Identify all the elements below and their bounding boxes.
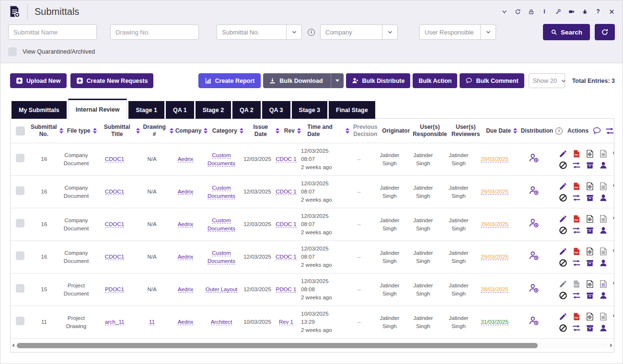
tab-stage-1[interactable]: Stage 1 <box>128 101 164 119</box>
document-file-icon[interactable] <box>599 215 608 223</box>
transfer-icon[interactable] <box>572 193 581 202</box>
pdf-file-icon[interactable]: PDF <box>572 215 581 223</box>
company-select[interactable]: Company <box>320 24 398 40</box>
tab-internal-review[interactable]: Internal Review <box>68 99 127 119</box>
column-issue-date[interactable]: Issue Date <box>247 122 280 140</box>
view-quarantined-checkbox[interactable] <box>8 47 17 56</box>
search-button[interactable]: Search <box>543 24 590 40</box>
comment-icon[interactable] <box>612 312 614 321</box>
tab-qa-1[interactable]: QA 1 <box>166 101 194 119</box>
transfer-icon[interactable] <box>605 126 614 136</box>
column-submittal-title[interactable]: Submittal Title <box>100 122 141 140</box>
block-icon[interactable] <box>559 161 567 170</box>
scroll-right-arrow[interactable] <box>610 343 612 347</box>
column-due-date[interactable]: Due Date <box>484 125 520 136</box>
distribute-user-plus-icon[interactable] <box>529 218 539 228</box>
submittal-no-select[interactable]: Submittal No. <box>217 24 302 40</box>
company-link[interactable]: Aedrix <box>178 221 194 228</box>
rev-link[interactable]: Rev 1 <box>279 319 293 325</box>
sort-arrows[interactable] <box>204 128 208 134</box>
pdf-file-icon[interactable]: PDF <box>572 247 581 256</box>
submittal-title-link[interactable]: CDOC1 <box>105 221 124 228</box>
block-icon[interactable] <box>559 259 567 267</box>
create-report-button[interactable]: Create Report <box>198 73 261 88</box>
row-checkbox[interactable] <box>16 251 24 260</box>
edit-icon[interactable] <box>559 247 567 256</box>
comment-icon[interactable] <box>612 182 614 191</box>
bulk-download-button[interactable]: Bulk Download <box>263 73 343 88</box>
chevron-down-icon[interactable] <box>501 8 508 15</box>
close-icon[interactable] <box>608 8 615 15</box>
row-checkbox[interactable] <box>16 317 24 325</box>
column-file-type[interactable]: File type <box>64 125 100 136</box>
help-icon[interactable]: ? <box>595 8 601 15</box>
distribute-user-plus-icon[interactable] <box>529 316 539 326</box>
user-responsible-select[interactable]: User Responsible <box>419 24 496 40</box>
rev-link[interactable]: CDOC 1 <box>276 156 296 162</box>
distribute-user-plus-icon[interactable] <box>529 185 539 196</box>
comment-icon[interactable] <box>612 247 614 256</box>
user-icon[interactable] <box>599 193 608 202</box>
user-icon[interactable] <box>599 324 608 332</box>
due-date-link[interactable]: 31/03/2025 <box>481 319 508 325</box>
distribute-user-plus-icon[interactable] <box>529 153 539 163</box>
comment-icon[interactable] <box>592 126 601 136</box>
archive-box-icon[interactable] <box>586 259 594 267</box>
pdf-file-icon[interactable]: PDF <box>572 312 581 321</box>
sort-arrows[interactable] <box>240 128 243 134</box>
show-entries-select[interactable]: Show 20 <box>529 73 565 88</box>
sort-arrows[interactable] <box>513 128 517 134</box>
user-icon[interactable] <box>599 291 608 300</box>
submittal-title-link[interactable]: CDOC1 <box>105 189 124 195</box>
distribute-user-plus-icon[interactable] <box>529 250 539 261</box>
column-category[interactable]: Category <box>208 125 247 136</box>
archive-box-icon[interactable] <box>586 161 594 170</box>
due-date-link[interactable]: 29/03/2025 <box>481 221 508 228</box>
company-link[interactable]: Aedrix <box>178 319 194 325</box>
info-icon[interactable] <box>555 127 563 135</box>
drawing-no-input[interactable] <box>110 24 199 40</box>
archive-box-icon[interactable] <box>586 291 594 300</box>
category-link[interactable]: Custom Documents <box>208 185 235 199</box>
block-icon[interactable] <box>559 291 567 300</box>
company-link[interactable]: Aedrix <box>178 156 194 162</box>
scroll-left-arrow[interactable] <box>12 343 14 347</box>
sort-arrows[interactable] <box>297 128 301 134</box>
edit-icon[interactable] <box>559 280 567 288</box>
submittal-title-link[interactable]: PDOC1 <box>105 286 124 293</box>
rev-link[interactable]: CDOC 1 <box>276 221 296 228</box>
column-drawing[interactable]: Drawing # <box>141 122 174 140</box>
document-file-icon[interactable] <box>599 149 608 158</box>
category-link[interactable]: Architect <box>211 319 232 325</box>
tab-stage-2[interactable]: Stage 2 <box>196 101 231 119</box>
due-date-link[interactable]: 28/03/2025 <box>481 286 508 293</box>
column-submittal-no[interactable]: Submittal No. <box>30 122 64 140</box>
pdf-file-icon[interactable]: PDF <box>572 182 581 191</box>
transfer-icon[interactable] <box>572 226 581 235</box>
transfer-icon[interactable] <box>572 259 581 267</box>
rev-link[interactable]: CDOC 1 <box>276 189 296 195</box>
row-checkbox[interactable] <box>16 284 24 293</box>
submittal-title-link[interactable]: CDOC1 <box>105 156 124 162</box>
archive-box-icon[interactable] <box>586 324 594 332</box>
video-camera-icon[interactable] <box>568 8 575 15</box>
comment-icon[interactable] <box>612 215 614 223</box>
document-file-icon[interactable] <box>599 280 608 288</box>
block-icon[interactable] <box>559 226 567 235</box>
upload-new-button[interactable]: Upload New <box>10 73 67 88</box>
key-icon[interactable] <box>554 8 561 15</box>
user-icon[interactable] <box>599 161 608 170</box>
comment-icon[interactable] <box>612 280 614 288</box>
distribute-user-plus-icon[interactable] <box>529 283 539 294</box>
sort-arrows[interactable] <box>346 128 349 134</box>
column-rev[interactable]: Rev <box>280 125 304 136</box>
submittal-title-link[interactable]: CDOC1 <box>105 254 124 260</box>
tab-qa-2[interactable]: QA 2 <box>232 101 261 119</box>
bug-icon[interactable] <box>581 8 588 15</box>
sort-arrows[interactable] <box>93 128 97 134</box>
pdf-file-icon[interactable]: PDF <box>572 149 581 158</box>
info-icon[interactable]: i <box>541 8 548 15</box>
category-link[interactable]: Outer Layout <box>206 286 237 293</box>
bulk-action-button[interactable]: Bulk Action <box>413 73 457 88</box>
document-file-icon[interactable] <box>599 312 608 321</box>
